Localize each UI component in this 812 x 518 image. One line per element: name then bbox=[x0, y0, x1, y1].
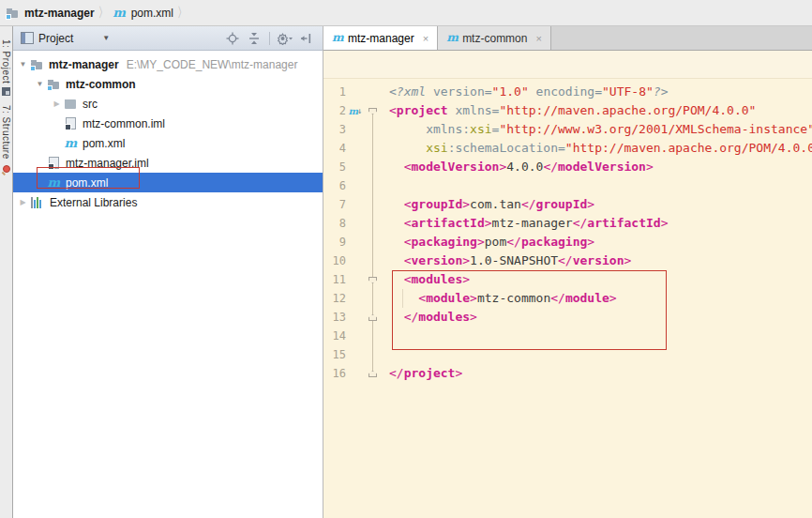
maven-icon: m bbox=[446, 31, 458, 45]
tree-item-label: mtz-manager bbox=[49, 58, 119, 71]
line-number: 7 bbox=[323, 195, 346, 214]
code-line-5[interactable]: 5 <modelVersion>4.0.0</modelVersion> bbox=[323, 158, 812, 176]
code-line-10[interactable]: 10 <version>1.0-SNAPSHOT</version> bbox=[323, 251, 812, 270]
tool-button-structure-label: 7: Structure bbox=[1, 105, 11, 160]
project-panel-icon bbox=[21, 32, 34, 44]
code-text: <modules> bbox=[380, 270, 470, 289]
collapse-arrow-icon[interactable]: ▶ bbox=[50, 99, 64, 108]
code-line-14[interactable]: 14 bbox=[323, 327, 812, 345]
locate-icon[interactable] bbox=[224, 30, 241, 47]
gutter-icon-slot bbox=[346, 270, 365, 289]
code-line-13[interactable]: 13 </modules> bbox=[323, 308, 812, 327]
gutter: 12 bbox=[323, 289, 380, 308]
gutter-icon-slot bbox=[346, 83, 365, 101]
gutter: 4 bbox=[323, 139, 380, 158]
code-line-9[interactable]: 9 <packaging>pom</packaging> bbox=[323, 233, 812, 251]
code-text: <groupId>com.tan</groupId> bbox=[380, 195, 594, 214]
tree-row-pom.xml[interactable]: mpom.xml bbox=[13, 173, 323, 192]
breadcrumb-label: pom.xml bbox=[131, 7, 173, 20]
code-text: xmlns:xsi="http://www.w3.org/2001/XMLSch… bbox=[380, 120, 812, 139]
module-folder-icon bbox=[30, 58, 44, 71]
editor-area: mmtz-manager×mmtz-common× 1<?xml version… bbox=[323, 26, 812, 518]
code-text bbox=[380, 176, 389, 195]
gutter-icon-slot bbox=[346, 251, 365, 270]
breadcrumb-item-pom.xml[interactable]: mpom.xml bbox=[113, 6, 173, 20]
code-text bbox=[380, 327, 389, 345]
code-line-12[interactable]: 12 <module>mtz-common</module> bbox=[323, 289, 812, 308]
project-tool-icon bbox=[2, 87, 10, 96]
collapse-arrow-icon[interactable]: ▶ bbox=[16, 198, 30, 206]
chevron-down-icon[interactable]: ▼ bbox=[102, 34, 110, 42]
tree-row-mtz-manager.iml[interactable]: mtz-manager.iml bbox=[13, 153, 323, 173]
gutter-icon-slot bbox=[346, 214, 365, 233]
expand-arrow-icon[interactable]: ▼ bbox=[16, 60, 30, 69]
maven-icon: m bbox=[47, 175, 61, 190]
gutter-icon-slot bbox=[346, 176, 365, 195]
fold-connector-line bbox=[372, 111, 373, 373]
editor-tab-bar: mmtz-manager×mmtz-common× bbox=[323, 26, 812, 51]
code-line-3[interactable]: 3 xmlns:xsi="http://www.w3.org/2001/XMLS… bbox=[323, 120, 812, 139]
gutter-icon-slot bbox=[346, 139, 365, 158]
tree-row-mtz-manager[interactable]: ▼mtz-managerE:\MY_CODE_NEW\mtz-manager bbox=[13, 54, 323, 74]
line-number: 3 bbox=[323, 120, 346, 139]
expand-arrow-icon[interactable]: ▼ bbox=[33, 80, 47, 88]
tool-button-structure[interactable]: 7: Structure bbox=[1, 105, 11, 174]
collapse-all-icon[interactable] bbox=[246, 30, 263, 47]
code-line-11[interactable]: 11 <modules> bbox=[323, 270, 812, 289]
editor-top-band bbox=[323, 51, 812, 79]
pin-icon bbox=[2, 165, 10, 174]
tree-item-label: mtz-manager.iml bbox=[66, 157, 149, 170]
code-line-2[interactable]: 2m↓<project xmlns="http://maven.apache.o… bbox=[323, 101, 812, 120]
tree-row-mtz-common.iml[interactable]: mtz-common.iml bbox=[13, 114, 323, 133]
editor-tab-mtz-manager[interactable]: mmtz-manager× bbox=[323, 26, 438, 50]
close-tab-icon[interactable]: × bbox=[423, 33, 429, 44]
hide-panel-icon[interactable] bbox=[298, 30, 315, 47]
project-panel-title[interactable]: Project bbox=[38, 32, 73, 45]
breadcrumb-item-mtz-manager[interactable]: mtz-manager bbox=[6, 7, 95, 20]
code-line-16[interactable]: 16</project> bbox=[323, 364, 812, 383]
tree-item-path: E:\MY_CODE_NEW\mtz-manager bbox=[127, 58, 298, 71]
tree-item-label: pom.xml bbox=[66, 176, 108, 190]
tree-row-src[interactable]: ▶src bbox=[13, 94, 323, 114]
line-number: 9 bbox=[323, 233, 346, 251]
line-number: 14 bbox=[323, 327, 346, 345]
code-line-4[interactable]: 4 xsi:schemaLocation="http://maven.apach… bbox=[323, 139, 812, 158]
line-number: 2 bbox=[323, 101, 346, 120]
code-line-1[interactable]: 1<?xml version="1.0" encoding="UTF-8"?> bbox=[323, 83, 812, 101]
code-line-15[interactable]: 15 bbox=[323, 345, 812, 364]
external-libraries-icon bbox=[30, 196, 45, 208]
settings-gear-icon[interactable] bbox=[277, 30, 293, 47]
breadcrumb: mtz-manager〉mpom.xml〉 bbox=[6, 6, 191, 20]
tool-button-project[interactable]: 1: Project bbox=[1, 39, 11, 96]
tree-item-label: mtz-common.iml bbox=[83, 117, 165, 130]
line-number: 1 bbox=[323, 83, 346, 101]
code-text bbox=[380, 345, 389, 364]
code-line-6[interactable]: 6 bbox=[323, 176, 812, 195]
close-tab-icon[interactable]: × bbox=[535, 33, 541, 44]
code-editor[interactable]: 1<?xml version="1.0" encoding="UTF-8"?>2… bbox=[323, 79, 812, 518]
tree-row-mtz-common[interactable]: ▼mtz-common bbox=[13, 74, 323, 94]
code-line-8[interactable]: 8 <artifactId>mtz-manager</artifactId> bbox=[323, 214, 812, 233]
line-number: 8 bbox=[323, 214, 346, 233]
chevron-right-icon: 〉 bbox=[98, 4, 109, 23]
code-line-7[interactable]: 7 <groupId>com.tan</groupId> bbox=[323, 195, 812, 214]
line-number: 13 bbox=[323, 308, 346, 327]
gutter: 6 bbox=[323, 176, 380, 195]
tab-label: mtz-manager bbox=[348, 32, 414, 45]
line-number: 16 bbox=[323, 364, 346, 383]
gutter-icon-slot bbox=[346, 327, 365, 345]
editor-tab-mtz-common[interactable]: mmtz-common× bbox=[438, 26, 551, 50]
tree-item-label: mtz-common bbox=[66, 78, 136, 91]
gutter: 14 bbox=[323, 327, 380, 345]
gutter-icon-slot bbox=[346, 158, 365, 176]
gutter: 3 bbox=[323, 120, 380, 139]
tree-item-label: External Libraries bbox=[50, 196, 137, 209]
code-text: <project xmlns="http://maven.apache.org/… bbox=[380, 101, 756, 120]
tree-row-pom.xml[interactable]: mpom.xml bbox=[13, 133, 323, 153]
chevron-right-icon: 〉 bbox=[177, 4, 188, 23]
tree-row-External Libraries[interactable]: ▶External Libraries bbox=[13, 192, 323, 212]
line-number: 15 bbox=[323, 345, 346, 364]
module-folder-icon bbox=[47, 78, 61, 91]
maven-icon: m bbox=[332, 31, 343, 45]
gutter: 9 bbox=[323, 233, 380, 251]
